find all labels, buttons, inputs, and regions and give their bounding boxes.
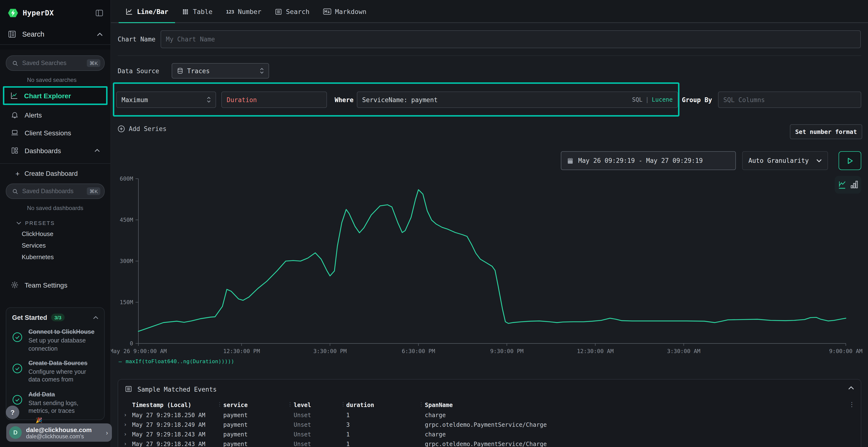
row-expand-chevron-icon[interactable]: ›	[124, 421, 126, 427]
event-table-row[interactable]: ›May 27 9:29:18.250 AMpaymentUnset1charg…	[118, 410, 861, 420]
get-started-item[interactable]: Add DataStart sending logs, metrics, or …	[12, 390, 98, 415]
calendar-icon	[567, 157, 574, 164]
event-table-row[interactable]: ›May 27 9:29:18.243 AMpaymentUnset1charg…	[118, 429, 861, 439]
chevron-up-icon[interactable]	[848, 386, 854, 390]
run-query-button[interactable]	[839, 151, 861, 170]
chevron-right-icon: ›	[106, 429, 108, 436]
user-email: dale@clickhouse.com	[26, 426, 106, 433]
help-button[interactable]: ?	[6, 406, 19, 419]
column-header-duration[interactable]: duration	[346, 402, 374, 409]
get-started-item[interactable]: Create Data SourcesConfigure where your …	[12, 359, 98, 384]
legend-series-label: maxIf(toFloat640..ng(Duration)))))	[126, 358, 234, 365]
updown-chevron-icon	[207, 97, 211, 103]
tab-label: Number	[238, 8, 261, 15]
group-by-input[interactable]: SQL Columns	[718, 92, 861, 108]
x-axis-tick-label: 9:00:00 AM	[829, 348, 863, 354]
play-icon	[847, 157, 853, 164]
x-axis-tick-label: May 26 9:00:00 AM	[110, 348, 166, 354]
search-icon	[12, 60, 18, 66]
event-cell: 3	[346, 421, 350, 428]
num-icon: 123	[226, 9, 234, 14]
x-axis-tick-label: 12:30:00 AM	[577, 348, 614, 354]
event-table-row[interactable]: ›May 27 9:29:18.249 AMpaymentUnset3grpc.…	[118, 420, 861, 429]
event-cell: Unset	[294, 421, 311, 428]
sql-toggle-option[interactable]: SQL	[632, 96, 642, 103]
tab-table[interactable]: Table	[175, 0, 219, 23]
saved-searches-input[interactable]: Saved Searches ⌘K	[6, 56, 105, 71]
add-series-button[interactable]: Add Series	[118, 125, 166, 133]
x-axis-tick-label: 12:30:00 PM	[223, 348, 260, 354]
presets-header[interactable]: PRESETS	[17, 220, 105, 226]
collapse-sidebar-icon[interactable]	[95, 9, 104, 18]
check-circle-icon	[12, 363, 23, 374]
sidebar-section-search[interactable]: Search	[0, 30, 111, 38]
row-expand-chevron-icon[interactable]: ›	[124, 431, 126, 437]
table-icon	[182, 8, 189, 15]
granularity-select[interactable]: Auto Granularity	[742, 151, 828, 170]
field-input[interactable]: Duration	[221, 92, 327, 108]
column-resize-handle[interactable]: ⋮	[287, 401, 293, 408]
preset-services[interactable]: Services	[22, 242, 105, 249]
column-resize-handle[interactable]: ⋮	[418, 401, 424, 408]
group-by-placeholder: SQL Columns	[723, 96, 765, 103]
task-description: Start sending logs, metrics, or traces	[28, 399, 98, 415]
sidebar-item-label: Client Sessions	[25, 129, 71, 137]
event-cell: May 27 9:29:18.250 AM	[132, 412, 205, 419]
sidebar-item-alerts[interactable]: Alerts	[6, 107, 105, 123]
tab-number[interactable]: 123Number	[219, 0, 268, 23]
aggregation-select[interactable]: Maximum	[116, 92, 216, 108]
timeseries-chart[interactable]: 0150M300M450M600MMay 26 9:00:00 AM12:30:…	[111, 173, 853, 366]
where-input[interactable]: ServiceName: payment SQL|Lucene	[357, 92, 678, 108]
user-menu[interactable]: D dale@clickhouse.com dale@clickhouse.co…	[6, 423, 112, 442]
create-dashboard-button[interactable]: + Create Dashboard	[16, 170, 105, 178]
tab-line-bar[interactable]: Line/Bar	[119, 0, 175, 23]
event-cell: payment	[223, 421, 248, 428]
chevron-up-icon[interactable]	[93, 316, 98, 319]
kebab-menu-icon[interactable]: ⋮	[849, 401, 855, 408]
sidebar-item-label: Alerts	[25, 111, 42, 119]
query-language-toggle[interactable]: SQL|Lucene	[632, 96, 673, 103]
gear-icon	[10, 281, 19, 289]
data-source-select[interactable]: Traces	[172, 63, 269, 78]
sidebar-item-team-settings[interactable]: Team Settings	[6, 277, 105, 293]
laptop-icon	[10, 129, 19, 137]
event-cell: charge	[425, 412, 446, 419]
row-expand-chevron-icon[interactable]: ›	[124, 412, 126, 418]
row-expand-chevron-icon[interactable]: ›	[124, 441, 126, 447]
chevron-down-icon	[816, 159, 822, 162]
where-label: Where	[335, 92, 353, 108]
bell-icon	[10, 111, 19, 119]
sidebar-item-client-sessions[interactable]: Client Sessions	[6, 125, 105, 141]
y-axis-tick-label: 150M	[120, 299, 133, 305]
preset-kubernetes[interactable]: Kubernetes	[22, 253, 105, 261]
column-header-timestamp[interactable]: Timestamp (Local)	[132, 402, 191, 409]
tab-markdown[interactable]: Markdown	[316, 0, 373, 23]
x-axis-tick-label: 9:30:00 PM	[490, 348, 523, 354]
x-axis-tick-label: 3:30:00 PM	[313, 348, 346, 354]
saved-dashboards-input[interactable]: Saved Dashboards ⌘K	[6, 183, 105, 199]
event-table-row[interactable]: ›May 27 9:29:18.243 AMpaymentUnset1grpc.…	[118, 439, 861, 447]
column-header-service[interactable]: service	[223, 402, 248, 409]
column-resize-handle[interactable]: ⋮	[340, 401, 346, 408]
column-header-spanname[interactable]: SpanName	[425, 402, 453, 409]
chart-type-tabbar: Line/BarTable123NumberSearchMarkdown	[111, 0, 868, 23]
preset-clickhouse[interactable]: ClickHouse	[22, 230, 105, 238]
sidebar-item-label: Dashboards	[25, 147, 61, 154]
line-chart-icon	[10, 92, 18, 100]
column-header-level[interactable]: level	[294, 402, 311, 409]
chart-name-input[interactable]: My Chart Name	[161, 30, 861, 48]
column-resize-handle[interactable]: ⋮	[217, 401, 222, 408]
set-number-format-button[interactable]: Set number format	[790, 124, 862, 139]
list-icon	[125, 385, 132, 392]
date-range-picker[interactable]: May 26 09:29:19 - May 27 09:29:19	[561, 151, 736, 170]
chevron-up-icon	[97, 33, 103, 36]
x-axis-tick-label: 3:30:00 AM	[667, 348, 700, 354]
task-title: Create Data Sources	[28, 359, 98, 367]
sidebar-item-chart-explorer[interactable]: Chart Explorer	[3, 86, 107, 105]
presets-label: PRESETS	[25, 220, 55, 226]
where-value: ServiceName: payment	[362, 96, 438, 103]
lucene-toggle-option[interactable]: Lucene	[652, 96, 673, 103]
get-started-item[interactable]: Connect to ClickHouseSet up your databas…	[12, 328, 98, 353]
sidebar-item-dashboards[interactable]: Dashboards	[6, 143, 105, 159]
tab-search[interactable]: Search	[268, 0, 316, 23]
